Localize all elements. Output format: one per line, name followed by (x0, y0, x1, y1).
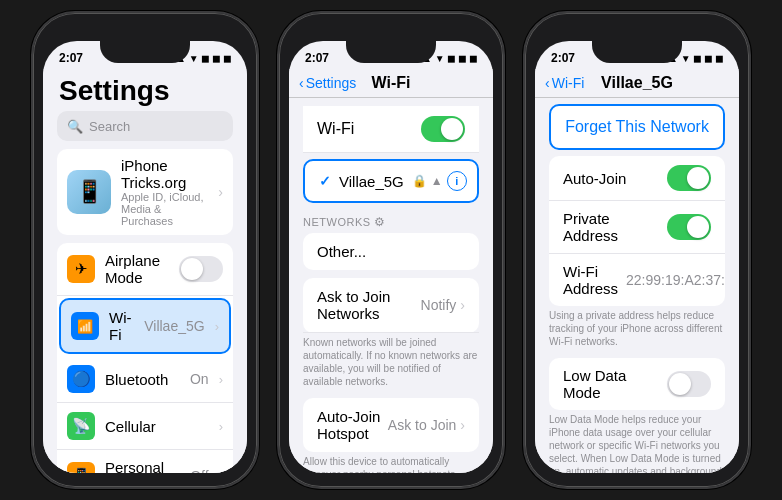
private-addr-row[interactable]: Private Address (549, 201, 725, 254)
bluetooth-chevron: › (219, 372, 223, 387)
wifi-back-btn[interactable]: ‹ Settings (299, 75, 356, 91)
phones-container: 2:07 ▲ ▼ ◼ ◼ ◼ Settings 🔍 Search 📱 iPhon… (21, 1, 761, 499)
notch (100, 41, 190, 63)
apple-id-row[interactable]: 📱 iPhone Tricks.org Apple ID, iCloud, Me… (57, 149, 233, 235)
wifi-nav-bar: ‹ Settings Wi-Fi (289, 69, 493, 98)
other-label: Other... (317, 243, 366, 260)
low-data-row[interactable]: Low Data Mode (549, 358, 725, 410)
detail-back-btn[interactable]: ‹ Wi-Fi (545, 75, 584, 91)
apple-id-name: iPhone Tricks.org (121, 157, 208, 191)
search-bar[interactable]: 🔍 Search (57, 111, 233, 141)
hotspot-row[interactable]: 📱 Personal Hotspot Off › (57, 450, 233, 473)
hotspot-chevron: › (219, 469, 223, 474)
airplane-label: Airplane Mode (105, 252, 169, 286)
search-placeholder: Search (89, 119, 130, 134)
bluetooth-value: On (190, 371, 209, 387)
network-checkmark: ✓ (319, 173, 331, 189)
apple-id-sub: Apple ID, iCloud, Media & Purchases (121, 191, 208, 227)
settings-screen: Settings 🔍 Search 📱 iPhone Tricks.org Ap… (43, 69, 247, 473)
auto-join-detail-row[interactable]: Auto-Join (549, 156, 725, 201)
settings-group-1: ✈ Airplane Mode 📶 Wi-Fi Villae_5G › 🔵 (57, 243, 233, 473)
ask-join-label: Ask to Join Networks (317, 288, 421, 322)
network-icons: 🔒 ▲ i (412, 171, 467, 191)
private-addr-toggle[interactable] (667, 214, 711, 240)
forget-label: Forget This Network (565, 118, 709, 135)
ask-join-chevron: › (460, 297, 465, 313)
apple-id-icon: 📱 (67, 170, 111, 214)
phone-wifi: 2:07 ▲ ▼ ◼ ◼ ◼ ‹ Settings Wi-Fi Wi-Fi ✓ … (277, 11, 505, 489)
auto-join-value: Ask to Join (388, 417, 456, 433)
wifi-addr-label: Wi-Fi Address (563, 263, 618, 297)
search-icon: 🔍 (67, 119, 83, 134)
detail-screen: ‹ Wi-Fi Villae_5G Forget This Network Au… (535, 69, 739, 473)
forget-network-btn[interactable]: Forget This Network (549, 104, 725, 150)
time-2: 2:07 (305, 51, 329, 65)
ask-join-value: Notify (421, 297, 457, 313)
private-addr-desc: Using a private address helps reduce tra… (535, 306, 739, 354)
bluetooth-label: Bluetooth (105, 371, 180, 388)
hotspot-icon: 📱 (67, 462, 95, 473)
ask-join-desc: Known networks will be joined automatica… (289, 333, 493, 394)
cellular-label: Cellular (105, 418, 209, 435)
phone-settings: 2:07 ▲ ▼ ◼ ◼ ◼ Settings 🔍 Search 📱 iPhon… (31, 11, 259, 489)
private-addr-label: Private Address (563, 210, 659, 244)
wifi-back-label: Settings (306, 75, 357, 91)
auto-join-chevron: › (460, 417, 465, 433)
low-data-desc: Low Data Mode helps reduce your iPhone d… (535, 410, 739, 473)
cellular-chevron: › (219, 419, 223, 434)
detail-group-1: Auto-Join Private Address Wi-Fi Address … (549, 156, 725, 306)
wifi-nav-title: Wi-Fi (372, 74, 411, 92)
auto-join-hotspot-row[interactable]: Auto-Join Hotspot Ask to Join › (303, 398, 479, 452)
airplane-icon: ✈ (67, 255, 95, 283)
wifi-network-row[interactable]: ✓ Villae_5G 🔒 ▲ i (303, 159, 479, 203)
airplane-toggle[interactable] (179, 256, 223, 282)
ask-join-row[interactable]: Ask to Join Networks Notify › (303, 278, 479, 333)
other-row[interactable]: Other... (303, 233, 479, 270)
auto-join-detail-toggle[interactable] (667, 165, 711, 191)
wifi-addr-value: 22:99:19:A2:37:4E (626, 272, 725, 288)
wifi-value: Villae_5G (144, 318, 204, 334)
detail-nav-title: Villae_5G (601, 74, 673, 92)
lock-icon: 🔒 (412, 174, 427, 188)
auto-join-desc: Allow this device to automatically disco… (289, 452, 493, 473)
wifi-signal-icon: ▲ (431, 174, 443, 188)
wifi-toggle-label: Wi-Fi (317, 120, 421, 138)
auto-join-detail-label: Auto-Join (563, 170, 659, 187)
low-data-label: Low Data Mode (563, 367, 667, 401)
wifi-screen: ‹ Settings Wi-Fi Wi-Fi ✓ Villae_5G 🔒 ▲ (289, 69, 493, 473)
network-name: Villae_5G (339, 173, 404, 190)
cellular-row[interactable]: 📡 Cellular › (57, 403, 233, 450)
wifi-toggle-row[interactable]: Wi-Fi (303, 106, 479, 153)
notch-3 (592, 41, 682, 63)
low-data-toggle[interactable] (667, 371, 711, 397)
detail-nav-bar: ‹ Wi-Fi Villae_5G (535, 69, 739, 98)
wifi-label: Wi-Fi (109, 309, 134, 343)
wifi-chevron: › (215, 319, 219, 334)
airplane-mode-row[interactable]: ✈ Airplane Mode (57, 243, 233, 296)
phone-network-detail: 2:07 ▲ ▼ ◼ ◼ ◼ ‹ Wi-Fi Villae_5G Forget … (523, 11, 751, 489)
wifi-icon: 📶 (71, 312, 99, 340)
apple-id-chevron: › (218, 184, 223, 200)
time-1: 2:07 (59, 51, 83, 65)
settings-title: Settings (43, 69, 247, 111)
cellular-icon: 📡 (67, 412, 95, 440)
apple-id-text: iPhone Tricks.org Apple ID, iCloud, Medi… (121, 157, 208, 227)
detail-back-label: Wi-Fi (552, 75, 585, 91)
notch-2 (346, 41, 436, 63)
hotspot-label: Personal Hotspot (105, 459, 180, 473)
hotspot-value: Off (190, 468, 208, 473)
wifi-addr-row: Wi-Fi Address 22:99:19:A2:37:4E (549, 254, 725, 306)
bluetooth-row[interactable]: 🔵 Bluetooth On › (57, 356, 233, 403)
wifi-main-toggle[interactable] (421, 116, 465, 142)
auto-join-label: Auto-Join Hotspot (317, 408, 388, 442)
bluetooth-icon: 🔵 (67, 365, 95, 393)
network-info-btn[interactable]: i (447, 171, 467, 191)
wifi-row[interactable]: 📶 Wi-Fi Villae_5G › (59, 298, 231, 354)
networks-header: NETWORKS ⚙ (289, 209, 493, 233)
time-3: 2:07 (551, 51, 575, 65)
